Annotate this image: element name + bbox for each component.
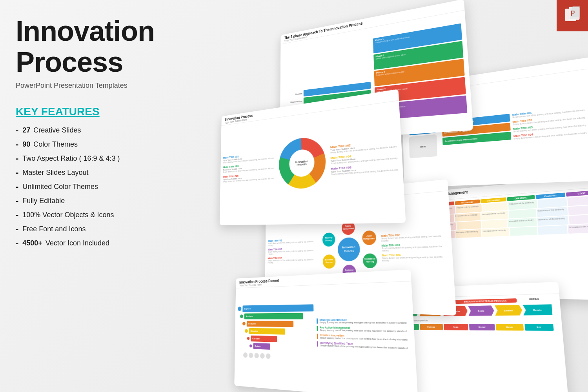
circle-1 — [243, 352, 248, 358]
funnel-row-3: Evaluate — [238, 321, 314, 327]
cell-2-4 — [509, 209, 536, 218]
svg-text:Innovation: Innovation — [342, 245, 355, 249]
circle-3 — [255, 353, 259, 358]
svg-text:Strategy: Strategy — [325, 239, 332, 241]
dash-6: - — [16, 196, 18, 206]
funnel-dot-2 — [240, 314, 243, 318]
dash-1: - — [16, 125, 18, 135]
cell-2-5: Innovation of the continuity — [537, 207, 568, 217]
dash-7: - — [16, 210, 18, 220]
funnel-row-1: Explore — [238, 304, 313, 312]
svg-text:Operational: Operational — [364, 258, 375, 260]
funnel-dot-4 — [245, 329, 248, 333]
cell-2-2: Innovation of the continuity — [455, 212, 481, 221]
slide-2-text-r3: Main Title #06 Type Your Subtitle Here S… — [331, 162, 399, 176]
funnel-r3: Creative Innovation Simply dummy text of… — [317, 334, 411, 341]
cell-4-5 — [538, 225, 568, 235]
feature-text-1: Creative Slides — [33, 126, 81, 134]
cell-3-6 — [569, 214, 588, 225]
dash-8: - — [16, 224, 18, 234]
dash-3: - — [16, 153, 18, 163]
cell-2-6 — [568, 205, 588, 215]
feature-text-4: Master Slides Layout — [22, 169, 88, 177]
feature-text-2: Color Themes — [33, 140, 78, 149]
feature-text-6: Fully Editable — [22, 197, 65, 205]
funnel-r1: Strategic Architecture Simply dummy text… — [317, 318, 410, 324]
funnel-dot-5 — [247, 337, 249, 340]
funnel-dot-3 — [242, 322, 246, 325]
dash-9: - — [16, 238, 18, 248]
slide-6-content: Explore Analyse Evaluate Develop — [235, 281, 417, 389]
cell-3-4: Innovation of the continuity — [508, 218, 537, 227]
cell-4-6: Innovation of the continuity — [568, 224, 588, 234]
phase-label-1: Ideation — [283, 93, 302, 97]
feature-item-7: - 100% Vector Objects & Icons — [16, 210, 188, 220]
left-panel: Innovation Process PowerPoint Presentati… — [16, 16, 188, 252]
cell-3-3 — [481, 220, 507, 229]
funnel-bar-6: Retain — [253, 343, 270, 350]
donut-chart: InnovationProcess — [279, 135, 326, 189]
ppt-icon-badge: P — [557, 0, 588, 31]
slide-2-text-3: Main Title #05 Type Your Subtitle Here S… — [223, 171, 275, 183]
slide-4-t2: Main Title #06 Simply dummy text of the … — [268, 247, 318, 255]
funnel-bar-3: Evaluate — [247, 321, 294, 327]
circle-4 — [260, 353, 265, 359]
sub-arrow-4: Scale — [444, 324, 468, 330]
phase-label-2: Idea Selection — [283, 100, 302, 104]
arrow-5: Scale — [468, 305, 494, 316]
slide-card-2: Innovation Process Type Your Subtitle He… — [220, 89, 406, 225]
svg-text:Planning: Planning — [325, 236, 333, 239]
main-title: Innovation Process — [16, 16, 188, 78]
funnel-row-6: Retain — [237, 343, 314, 351]
funnel-row-4: Develop — [237, 328, 314, 336]
funnel-circles — [237, 352, 315, 361]
page-container: P Innovation Process PowerPoint Presenta… — [0, 0, 588, 392]
slide-4-t3: Main Title #07 Simply dummy text of the … — [268, 256, 318, 264]
slide-4-r2: Main Title #03 Simply dummy text of the … — [382, 242, 449, 252]
funnel-bar-4: Develop — [249, 328, 285, 335]
funnel-right: Strategic Architecture Simply dummy text… — [316, 285, 413, 385]
ppt-icon-label: P — [564, 5, 581, 26]
feature-text-3: Two Aspect Ratio ( 16:9 & 4:3 ) — [22, 154, 120, 163]
key-features-label: KEY FEATURES — [16, 105, 188, 118]
slide-4-t1: Main Title #01 Simply dummy text of the … — [268, 238, 318, 247]
arrow-6: Embed — [495, 305, 522, 316]
cell-1-4: Innovation of the continuity — [508, 200, 537, 210]
funnel-dot-1 — [238, 307, 241, 311]
dash-5: - — [16, 181, 18, 192]
svg-text:Planning: Planning — [366, 260, 374, 263]
feature-bold-9: 4500+ — [22, 239, 42, 247]
feature-text-7: 100% Vector Objects & Icons — [22, 211, 114, 219]
funnel-bar-1: Explore — [242, 304, 313, 312]
slide-4-r1: Main Title #02 Simply dummy text of the … — [381, 231, 448, 242]
sub-arrow-5: Embed — [469, 324, 495, 330]
svg-text:Process: Process — [344, 249, 354, 252]
sub-arrow-3: Optimise — [420, 324, 443, 330]
sub-arrow-6: Retain — [496, 324, 523, 330]
cell-3-2 — [456, 221, 481, 230]
slide-2-donut: InnovationProcess — [277, 114, 329, 211]
funnel-row-5: Execute — [237, 335, 314, 343]
feature-text-5: Unlimited Color Themes — [22, 183, 98, 191]
lbl-refine2: REFINE — [517, 298, 551, 303]
cell-4-3: Innovation of the continuity — [482, 228, 510, 237]
cell-4-2: Innovation of the continuity — [455, 229, 482, 238]
funnel-row-2: Analyse — [238, 313, 314, 319]
circle-process-svg: Innovation Process Supply Management Ass… — [322, 218, 379, 279]
lbl-innovation: INNOVATION PORTFOLIO PROCESS — [455, 298, 517, 304]
cell-2-3: Innovation of the continuity — [481, 211, 508, 220]
svg-rect-3 — [572, 6, 580, 17]
subtitle: PowerPoint Presentation Templates — [16, 82, 188, 90]
sub-arrow-7: Exit — [524, 324, 554, 331]
slides-preview-area: The 5-phase Approach To The Innovation P… — [196, 8, 588, 392]
cell-1-3 — [482, 202, 508, 212]
feature-bold-2: 90 — [22, 140, 30, 149]
funnel-bar-2: Analyse — [244, 313, 303, 319]
feature-item-8: - Free Font and Icons — [16, 224, 188, 234]
funnel-dot-6 — [249, 345, 252, 348]
arrow-7: Retain — [522, 304, 552, 315]
circle-5 — [266, 353, 271, 359]
funnel-left: Explore Analyse Evaluate Develop — [237, 289, 315, 378]
svg-text:Asset: Asset — [366, 234, 372, 237]
col-h6: COST — [566, 190, 588, 197]
